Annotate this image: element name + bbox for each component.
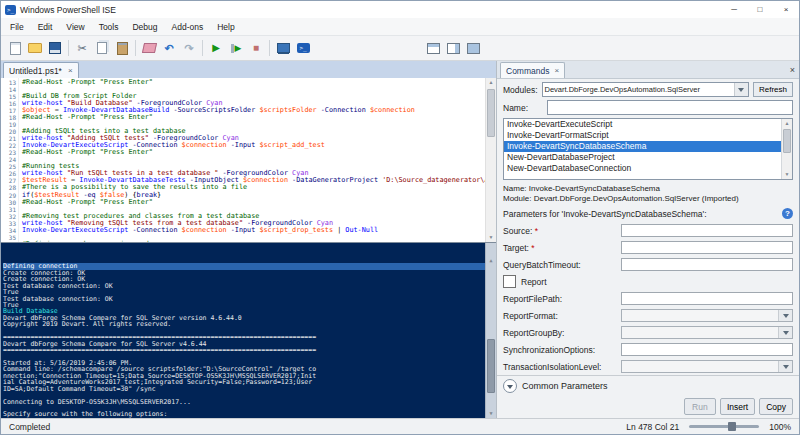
redo-icon[interactable]: ↷ [179,38,199,58]
run-selection-icon[interactable]: ▶ [226,38,246,58]
editor-code[interactable]: #Read-Host -Prompt "Press Enter" #Build … [19,78,496,242]
help-icon[interactable]: ? [782,208,793,219]
line-number: 29 [1,192,16,199]
new-remote-tab-icon[interactable] [273,38,293,58]
line-number: 15 [1,93,16,100]
save-icon[interactable] [45,38,65,58]
console-scroll-thumb[interactable] [487,339,495,393]
cut-icon[interactable]: ✂ [72,38,92,58]
line-number: 23 [1,149,16,156]
name-filter-input[interactable] [547,100,793,115]
code-line[interactable]: #Read-Host -Prompt "Press Enter" [22,114,486,121]
scroll-down-icon[interactable]: ▼ [782,170,792,179]
report-checkbox[interactable] [503,275,516,288]
undo-icon[interactable]: ↶ [159,38,179,58]
script-pane-maximized-icon[interactable] [463,38,483,58]
synchronizationoptions-input[interactable] [621,343,793,356]
command-list-scrollbar[interactable]: ▲ ▼ [781,119,792,179]
menu-add-ons[interactable]: Add-ons [165,22,211,32]
modules-dropdown[interactable]: Devart.DbForge.DevOpsAutomation.SqlServe… [542,82,749,97]
reportfilepath-input[interactable] [621,292,793,305]
editor-scroll-thumb[interactable] [487,89,495,137]
script-editor[interactable]: 1314151617181920212223242526272829303132… [1,78,496,242]
panel-close-icon[interactable]: × [790,65,795,75]
line-number: 24 [1,156,16,163]
command-list-item[interactable]: New-DevartDatabaseProject [504,152,782,163]
param-row-report: Report [503,273,793,290]
editor-scrollbar[interactable]: ▲ ▼ [485,78,496,242]
code-line[interactable]: Invoke-DevartExecuteScript -Connection $… [22,227,486,234]
line-number: 35 [1,234,16,241]
script-tab[interactable]: Untitled1.ps1* × [3,62,79,78]
paste-icon [117,42,128,55]
paste-icon[interactable] [112,38,132,58]
list-scroll-thumb[interactable] [783,129,791,153]
scroll-down-icon[interactable]: ▼ [486,233,496,242]
line-number: 22 [1,142,16,149]
dropdown-arrow-icon[interactable] [778,327,792,338]
close-button[interactable]: × [773,1,799,18]
querybatchtimeout-input[interactable] [621,258,793,271]
menu-view[interactable]: View [59,22,91,32]
menu-tools[interactable]: Tools [92,22,126,32]
menu-debug[interactable]: Debug [125,22,164,32]
command-list[interactable]: ▲ ▼ Invoke-DevartExecuteScriptInvoke-Dev… [503,118,793,180]
line-number: 25 [1,163,16,170]
console-scrollbar[interactable]: ▲ ▼ [485,243,496,418]
param-row-synchronizationoptions: SynchronizationOptions: [503,341,793,358]
code-line[interactable]: #Read-Host -Prompt "Press Enter" [22,79,486,86]
run-button[interactable]: Run [684,398,716,415]
run-script-icon: ▶ [212,43,220,53]
script-pane-right-icon[interactable] [443,38,463,58]
scroll-up-icon[interactable]: ▲ [782,119,792,128]
refresh-button[interactable]: Refresh [753,82,793,97]
cut-icon: ✂ [77,43,86,54]
stop-icon[interactable]: ■ [246,38,266,58]
scroll-up-icon[interactable]: ▲ [486,256,496,265]
expander-chevron-icon[interactable] [503,379,517,393]
reportformat-dropdown[interactable] [621,309,793,322]
reportgroupby-dropdown[interactable] [621,326,793,339]
source-input[interactable] [621,224,793,237]
dropdown-arrow-icon[interactable] [734,83,748,96]
command-list-item[interactable]: Invoke-DevartFormatScript [504,130,782,141]
minimize-button[interactable]: ─ [721,1,747,18]
save-icon [49,42,61,54]
scroll-down-icon[interactable]: ▼ [486,409,496,418]
open-script-icon[interactable] [25,38,45,58]
code-line[interactable]: #Read-Host -Prompt "Press Enter" [22,199,486,206]
commands-tab-close-icon[interactable]: × [554,66,559,75]
dropdown-arrow-icon[interactable] [778,361,792,372]
new-script-icon[interactable] [5,38,25,58]
code-line[interactable] [22,156,486,163]
menu-edit[interactable]: Edit [31,22,60,32]
commands-tab[interactable]: Commands × [500,62,565,78]
console-pane[interactable]: ▲ ▼ Defining connectionCreate connection… [1,242,496,418]
script-pane-top-icon[interactable] [423,38,443,58]
run-script-icon[interactable]: ▶ [206,38,226,58]
command-list-item[interactable]: Invoke-DevartExecuteScript [504,119,782,130]
copy-icon[interactable] [92,38,112,58]
zoom-slider[interactable] [689,425,759,428]
script-tab-label: Untitled1.ps1* [9,66,62,76]
zoom-slider-thumb[interactable] [728,422,736,431]
transactionisolationlevel-dropdown[interactable] [621,360,793,373]
code-line[interactable]: #Read-Host -Prompt "Press Enter" [22,149,486,156]
scroll-up-icon[interactable]: ▲ [486,78,496,87]
insert-button[interactable]: Insert [720,398,755,415]
dropdown-arrow-icon[interactable] [778,310,792,321]
command-list-item[interactable]: New-DevartDatabaseConnection [504,163,782,174]
clear-console-icon[interactable] [139,38,159,58]
tab-close-icon[interactable]: × [68,66,73,75]
menu-file[interactable]: File [3,22,31,32]
start-powershell-icon[interactable]: >_ [293,38,313,58]
reportfilepath-label: ReportFilePath: [503,294,621,304]
command-list-item[interactable]: Invoke-DevartSyncDatabaseSchema [504,141,782,152]
report-label: Report [521,277,547,287]
target-input[interactable] [621,241,793,254]
copy-button[interactable]: Copy [759,398,793,415]
common-parameters-row[interactable]: Common Parameters [497,375,799,396]
menu-help[interactable]: Help [210,22,241,32]
run-selection-icon: ▶ [231,44,242,53]
maximize-button[interactable]: □ [747,1,773,18]
